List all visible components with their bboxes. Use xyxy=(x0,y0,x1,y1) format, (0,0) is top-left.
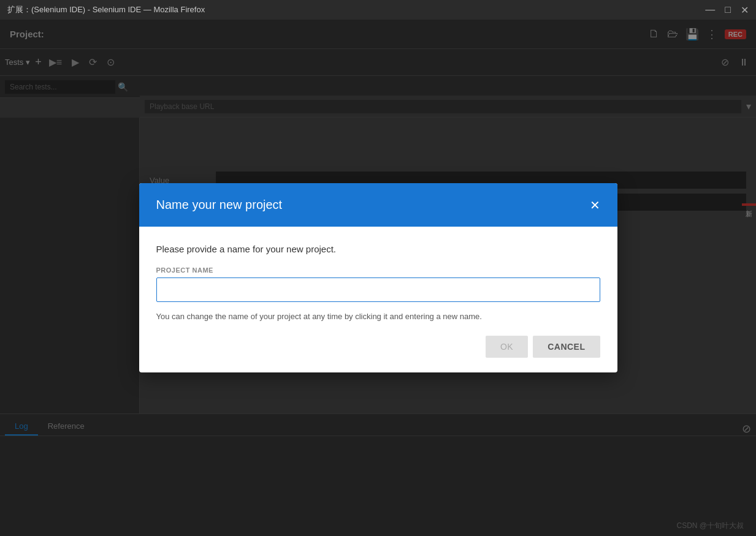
titlebar-controls[interactable]: — □ ✕ xyxy=(705,4,749,16)
modal-actions: OK CANCEL xyxy=(156,336,600,358)
modal-close-button[interactable]: ✕ xyxy=(590,199,600,211)
ok-button[interactable]: OK xyxy=(486,336,528,358)
modal-overlay: Name your new project ✕ Please provide a… xyxy=(0,20,756,536)
cancel-button[interactable]: CANCEL xyxy=(533,336,600,358)
titlebar-left: 扩展：(Selenium IDE) - Selenium IDE — Mozil… xyxy=(7,4,205,15)
close-button[interactable]: ✕ xyxy=(741,4,749,16)
project-name-field-group: PROJECT NAME xyxy=(156,266,600,302)
browser-title: 扩展：(Selenium IDE) - Selenium IDE — Mozil… xyxy=(7,4,205,15)
modal-dialog: Name your new project ✕ Please provide a… xyxy=(139,183,617,372)
modal-hint-text: You can change the name of your project … xyxy=(156,312,600,321)
browser-titlebar: 扩展：(Selenium IDE) - Selenium IDE — Mozil… xyxy=(0,0,756,20)
project-name-field-label: PROJECT NAME xyxy=(156,266,600,274)
modal-title: Name your new project xyxy=(156,198,283,212)
modal-header: Name your new project ✕ xyxy=(139,183,617,227)
minimize-button[interactable]: — xyxy=(705,4,715,15)
project-name-input[interactable] xyxy=(156,277,600,302)
app-background: Project: 🗋 🗁 💾 ⋮ REC Tests ▾ + ▶≡ ▶ ⟳ ⊙ … xyxy=(0,20,756,536)
modal-description: Please provide a name for your new proje… xyxy=(156,244,600,254)
modal-body: Please provide a name for your new proje… xyxy=(139,227,617,372)
maximize-button[interactable]: □ xyxy=(725,4,731,15)
